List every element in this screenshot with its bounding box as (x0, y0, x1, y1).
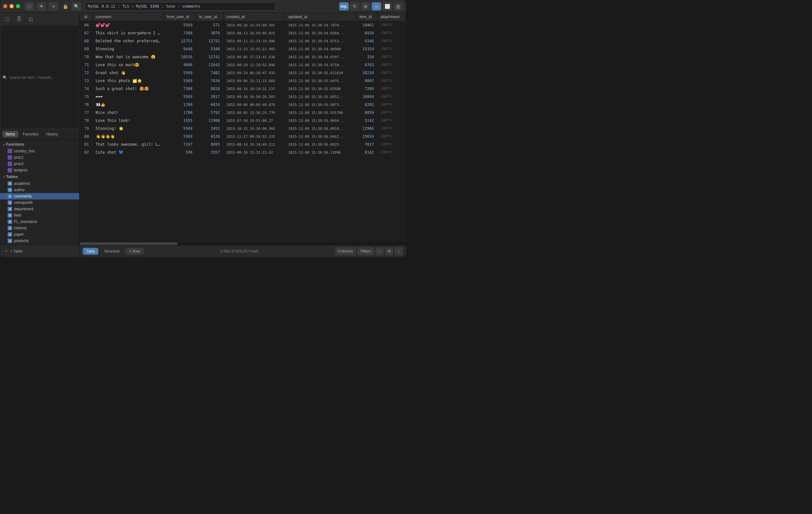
table-row[interactable]: 69Stunning944853402015-11-23 15:55:21.40… (80, 45, 406, 53)
split-view-icon[interactable]: ⬜ (382, 2, 392, 10)
table-cell: EMPTY (377, 29, 406, 37)
minimize-button[interactable] (9, 4, 14, 8)
table-row[interactable]: 79Stunning! 🌟556924552015-10-25 19:26:00… (80, 125, 406, 133)
sidebar-item-fl-insurance[interactable]: ⊞ FL_insurance (0, 218, 79, 225)
table-cell: 78 (80, 117, 92, 125)
sidebar-item-author[interactable]: ⊞ author (0, 187, 79, 193)
col-created-at[interactable]: created_at (223, 13, 285, 21)
col-comment[interactable]: comment (92, 13, 164, 21)
tables-list: ⊞ academic ⊞ author ⊞ comments ⊞ crimeja… (0, 180, 79, 245)
refresh-icon[interactable]: ↻ (350, 2, 359, 10)
table-cell: EMPTY (377, 37, 406, 45)
add-row-button[interactable]: + Row (125, 248, 144, 255)
table-row[interactable]: 73Love this photo 🗂️🌟556976342015-09-06 … (80, 77, 406, 85)
table-cell: 2015-12-08 15:30:54.8753... (285, 37, 356, 45)
table-row[interactable]: 76👀👍178064342015-08-06 00:05:49.8762015-… (80, 101, 406, 109)
table-cell: 76 (80, 101, 92, 109)
tables-section-header[interactable]: ▾ Tables (0, 173, 79, 180)
sql-button[interactable]: SQL (339, 2, 349, 10)
table-cell: 15354 (356, 45, 377, 53)
data-table-container[interactable]: id comment from_user_id to_user_id creat… (80, 13, 406, 242)
table-cell: 6934 (356, 29, 377, 37)
functions-list: country_hos proc1 proc2 testproc (0, 148, 79, 173)
function-icon (8, 161, 12, 166)
sidebar-item-field[interactable]: ⊞ field (0, 212, 79, 218)
search-input[interactable] (9, 75, 77, 80)
table-row[interactable]: 78Love this look!1555119082015-07-30 19:… (80, 117, 406, 125)
search-icon[interactable]: 🔍 (71, 2, 81, 10)
sidebar-item-academic[interactable]: ⊞ academic (0, 180, 79, 187)
tab-favorites[interactable]: Favorites (20, 131, 41, 138)
sidebar-item-products[interactable]: ⊞ products (0, 238, 79, 244)
table-cell: 2015-12-08 15:30:56.0462... (285, 133, 356, 141)
db-icon[interactable]: ⬡ (3, 15, 12, 23)
table-row[interactable]: 80👋👋👋👋556961262015-11-27 09:26:55.333201… (80, 133, 406, 141)
table-cell: 2015-12-08 15:30:55.931706 (285, 109, 356, 117)
back-icon[interactable]: ⬡ (25, 2, 34, 10)
close-button[interactable] (3, 4, 7, 8)
table-row[interactable]: 81That looks awesome, girl! Love that ou… (80, 141, 406, 149)
function-icon (8, 155, 12, 160)
code-icon[interactable]: ⊡ (26, 15, 35, 23)
connection-bar[interactable]: MySQL 8.0.12 : TLS : MySQL 3308 : tono :… (85, 2, 276, 10)
table-view-icon[interactable]: ▤ (372, 2, 381, 10)
table-row[interactable]: 66💕💕💕55695712015-09-26 11:43:04.3912015-… (80, 21, 406, 29)
eye-icon[interactable]: 👁 (37, 2, 46, 10)
maximize-button[interactable] (16, 4, 20, 8)
horizontal-scrollbar[interactable] (80, 242, 406, 245)
scrollbar-thumb[interactable] (80, 242, 178, 245)
table-cell: 7308 (164, 85, 196, 93)
col-id[interactable]: id (80, 13, 92, 21)
sidebar-item-testproc[interactable]: testproc (0, 167, 79, 173)
table-row[interactable]: 71Love this so much😍4086116432015-08-29 … (80, 61, 406, 69)
functions-section-header[interactable]: ▾ Functions (0, 141, 79, 148)
col-from-user-id[interactable]: from_user_id (164, 13, 196, 21)
sidebar-item-proc2[interactable]: proc2 (0, 161, 79, 167)
table-cell: 1780 (164, 101, 196, 109)
table-row[interactable]: 68Deleted the other preferred this one h… (80, 37, 406, 45)
table-row[interactable]: 77Nice shot!178057922015-08-05 13:36:29.… (80, 109, 406, 117)
table-row[interactable]: 82Cute shot 💙59935572015-08-26 22:31:21.… (80, 149, 406, 156)
next-page-button[interactable]: › (395, 247, 403, 255)
sidebar-search[interactable]: 🔍 (0, 26, 79, 129)
tables-label: Tables (6, 175, 18, 179)
prev-page-button[interactable]: ‹ (375, 247, 384, 255)
table-icon[interactable]: 🗄 (14, 15, 24, 23)
sidebar-item-comments[interactable]: ⊞ comments (0, 193, 79, 200)
grid-icon[interactable]: ⊞ (361, 2, 370, 10)
tab-history[interactable]: History (43, 131, 61, 138)
tab-data[interactable]: Data (83, 248, 98, 255)
sidebar-item-interest[interactable]: ⊞ interest (0, 225, 79, 231)
settings-button[interactable]: ⚙ (385, 247, 393, 255)
tab-structure[interactable]: Structure (100, 248, 123, 255)
col-updated-at[interactable]: updated_at (285, 13, 356, 21)
list-icon[interactable]: ≡ (49, 2, 58, 10)
col-to-user-id[interactable]: to_user_id (196, 13, 223, 21)
table-row[interactable]: 72Great shot 👋556974812015-09-24 06:18:4… (80, 69, 406, 77)
content-area: id comment from_user_id to_user_id creat… (80, 13, 406, 257)
sidebar-item-department[interactable]: ⊞ department (0, 206, 79, 212)
table-cell: 2015-12-08 15:30:54.8368... (285, 29, 356, 37)
table-cell: 5569 (164, 77, 196, 85)
table-cell: 1555 (164, 117, 196, 125)
sidebar-item-proc1[interactable]: proc1 (0, 154, 79, 161)
filters-button[interactable]: Filters (357, 247, 374, 255)
columns-button[interactable]: Columns (335, 247, 356, 255)
sidebar-item-paper[interactable]: ⊞ paper (0, 231, 79, 238)
table-row[interactable]: 75❤️❤️❤️556920172015-09-30 16:50:20.5032… (80, 93, 406, 101)
sidebar-item-crimejan06[interactable]: ⊞ crimejan06 (0, 200, 79, 206)
table-cell: 571 (196, 21, 223, 29)
tab-items[interactable]: Items (3, 131, 18, 138)
lock-icon[interactable]: 🔒 (61, 2, 69, 10)
table-row[interactable]: 70Wow that hat is awesome 😮1091612741201… (80, 53, 406, 61)
col-item-id[interactable]: item_id (356, 13, 377, 21)
col-attachment[interactable]: attachment (377, 13, 406, 21)
sidebar-item-country-hos[interactable]: country_hos (0, 148, 79, 154)
add-table-button[interactable]: ＋ + Table (3, 247, 77, 255)
table-cell: 11908 (196, 117, 223, 125)
table-row[interactable]: 67This skirt is everywhere I need to get… (80, 29, 406, 37)
table-cell: 3557 (196, 149, 223, 156)
table-cell: EMPTY (377, 117, 406, 125)
panel-icon[interactable]: ▥ (393, 2, 403, 10)
table-row[interactable]: 74Such a great shot! 😍😍730889282015-08-1… (80, 85, 406, 93)
